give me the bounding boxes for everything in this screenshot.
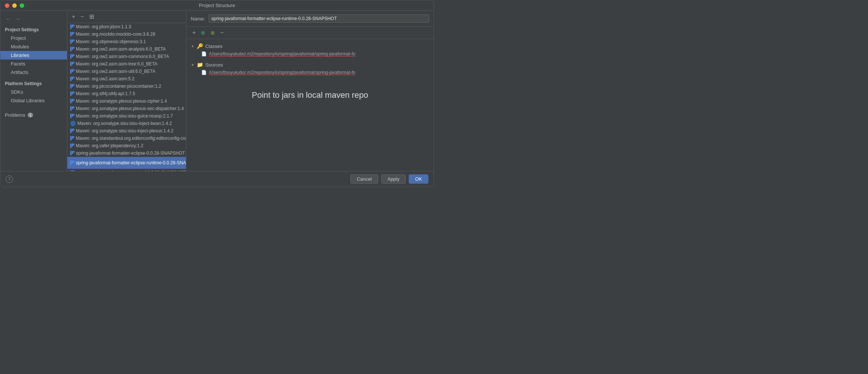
right-toolbar: + ⊕ ⊕ − [186,27,434,39]
sources-chevron[interactable]: ▼ [191,63,195,67]
list-item-selected[interactable]: spring-javaformat-formatter-eclipse-runt… [67,157,186,169]
list-item[interactable]: Maven: org.mockito:mockito-core:3.6.28 [67,30,186,38]
library-icon [70,91,74,96]
sidebar-item-artifacts[interactable]: Artifacts [0,68,67,77]
sidebar-item-facets[interactable]: Facets [0,59,67,68]
name-label: Name: [191,16,205,22]
list-item[interactable]: Maven: org.ow2.asm:asm-util:6.0_BETA [67,68,186,75]
project-settings-label: Project Settings [0,26,67,34]
sources-label: Sources [205,62,223,68]
sources-row: ▼ 📁 Sources [191,61,429,69]
center-toolbar: + − ⊞ [67,11,186,23]
sources-section: ▼ 📁 Sources 📄 /Users/ttsuyukubo/.m2/repo… [191,61,429,76]
center-add-button[interactable]: + [70,13,77,20]
list-item[interactable]: Maven: org.ow2.asm:asm-analysis:6.0_BETA [67,45,186,53]
close-button[interactable] [5,3,9,8]
library-icon [70,114,74,118]
minimize-button[interactable] [12,3,17,8]
classes-label: Classes [205,43,222,49]
list-item[interactable]: Maven: org.ow2.asm:asm:5.2 [67,75,186,83]
project-structure-window: Project Structure ← → Project Settings P… [0,0,434,187]
main-content: ← → Project Settings Project Modules Lib… [0,11,434,171]
sources-path-row: 📄 /Users/ttsuyukubo/.m2/repository/io/sp… [191,69,429,76]
list-item[interactable]: spring-javaformat-formatter-eclipse-0.0.… [67,149,186,157]
classes-chevron[interactable]: ▼ [191,44,195,48]
help-button[interactable]: ? [6,175,13,183]
library-icon [70,32,74,36]
nav-back-forward: ← → [0,14,67,26]
name-row: Name: [186,11,434,27]
traffic-lights [5,3,24,8]
forward-button[interactable]: → [14,15,22,23]
list-item[interactable]: Maven: org.sonatype.sisu:sisu-guice:noao… [67,112,186,120]
library-icon [70,25,74,29]
list-item[interactable]: Maven: org.slf4j:slf4j-api:1.7.5 [67,90,186,97]
library-icon [70,69,74,74]
sidebar: ← → Project Settings Project Modules Lib… [0,11,67,171]
problems-badge: 1 [28,113,33,117]
list-item[interactable]: 🌀 Maven: org.sonatype.sisu:sisu-inject-b… [67,120,186,127]
apply-button[interactable]: Apply [381,174,406,184]
classes-row: ▼ 🔑 Classes [191,42,429,50]
ok-button[interactable]: OK [409,174,428,184]
library-icon [70,129,74,133]
bottom-bar: ? Cancel Apply OK [0,171,434,187]
library-icon [70,161,74,165]
classes-section: ▼ 🔑 Classes 📄 /Users/ttsuyukubo/.m2/repo… [191,42,429,58]
right-content: ▼ 🔑 Classes 📄 /Users/ttsuyukubo/.m2/repo… [186,39,434,171]
library-icon [70,77,74,81]
list-item[interactable]: Maven: org.sonatype.plexus:plexus-cipher… [67,97,186,105]
library-icon [70,47,74,51]
right-add-green-button[interactable]: ⊕ [209,29,216,36]
list-item[interactable]: Maven: org.picocontainer:picocontainer:1… [67,83,186,90]
right-add-special-button[interactable]: ⊕ [199,29,207,36]
title-bar: Project Structure [0,0,434,11]
sources-icon: 📁 [197,62,203,68]
center-remove-button[interactable]: − [79,13,85,20]
maximize-button[interactable] [20,3,24,8]
sidebar-item-libraries[interactable]: Libraries [0,51,67,59]
list-item[interactable]: Maven: org.objenesis:objenesis:3.1 [67,38,186,45]
library-icon [70,151,74,155]
list-item[interactable]: Maven: org.jdom:jdom:1.1.3 [67,23,186,30]
platform-settings-label: Platform Settings [0,80,67,88]
sidebar-item-project[interactable]: Project [0,34,67,42]
library-icon [70,39,74,44]
library-list[interactable]: Maven: org.jdom:jdom:1.1.3 Maven: org.mo… [67,23,186,171]
list-item[interactable]: Maven: org.sonatype.sisu:sisu-inject-ple… [67,127,186,135]
list-item[interactable]: Maven: org.standardout.org.editorconfig:… [67,135,186,142]
center-panel: + − ⊞ Maven: org.jdom:jdom:1.1.3 Maven: … [67,11,186,171]
list-item[interactable]: Maven: org.ow2.asm:asm-commons:6.0_BETA [67,53,186,60]
annotation-text: Point to jars in local maven repo [191,79,429,111]
classes-path: /Users/ttsuyukubo/.m2/repository/io/spri… [209,51,356,57]
right-remove-button[interactable]: − [219,29,225,36]
back-button[interactable]: ← [4,15,12,23]
bottom-left: ? [6,175,13,183]
list-item[interactable]: Maven: org.ow2.asm:asm-tree:6.0_BETA [67,60,186,68]
bottom-right: Cancel Apply OK [350,174,428,184]
library-icon [70,62,74,66]
list-item[interactable]: Maven: org.vafer:jdependency:1.2 [67,142,186,149]
window-title: Project Structure [199,3,235,8]
classes-icon: 🔑 [197,43,203,49]
library-icon: 🌀 [70,121,76,126]
sources-path: /Users/ttsuyukubo/.m2/repository/io/spri… [209,70,356,75]
list-item[interactable]: Maven: org.sonatype.plexus:plexus-sec-di… [67,105,186,112]
classes-file-icon: 📄 [201,51,207,57]
right-add-button[interactable]: + [191,29,197,36]
sidebar-item-global-libraries[interactable]: Global Libraries [0,96,67,105]
sidebar-item-modules[interactable]: Modules [0,42,67,51]
sidebar-item-sdks[interactable]: SDKs [0,88,67,96]
cancel-button[interactable]: Cancel [350,174,378,184]
center-copy-button[interactable]: ⊞ [88,13,96,20]
right-panel: Name: + ⊕ ⊕ − ▼ 🔑 Classes 📄 [186,11,434,171]
library-icon [70,84,74,88]
sidebar-item-problems[interactable]: Problems 1 [0,111,67,119]
library-icon [70,54,74,59]
name-input[interactable] [209,14,429,23]
classes-path-row: 📄 /Users/ttsuyukubo/.m2/repository/io/sp… [191,50,429,58]
library-icon [70,99,74,103]
sources-file-icon: 📄 [201,70,207,75]
library-icon [70,144,74,148]
library-icon [70,136,74,141]
